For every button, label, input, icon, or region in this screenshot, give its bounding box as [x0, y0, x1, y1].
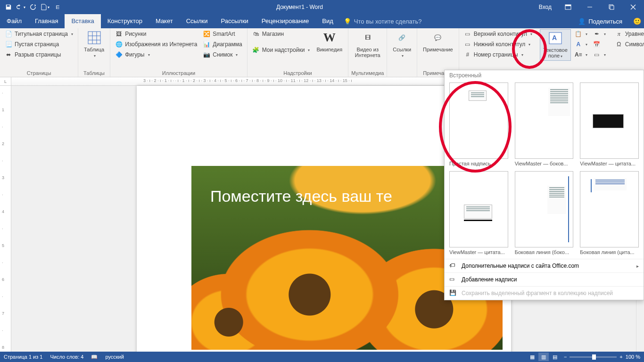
tab-mailings[interactable]: Рассылки: [214, 14, 255, 28]
zoom-value[interactable]: 100 %: [626, 354, 640, 360]
chart-icon: 📊: [203, 41, 210, 48]
svg-rect-4: [610, 6, 614, 9]
object-button[interactable]: ▭▾: [591, 50, 608, 59]
group-illustrations: 🖼Рисунки 🌐Изображения из Интернета 🔷Фигу…: [110, 28, 248, 77]
textbox-placeholder-text[interactable]: Поместите здесь ваш те: [210, 187, 392, 206]
ruler-vertical[interactable]: ·1·2·3·4·5·6·7·8·9·10: [0, 86, 11, 352]
tab-view[interactable]: Вид: [315, 14, 340, 28]
tab-review[interactable]: Рецензирование: [255, 14, 315, 28]
share-icon: 👤: [578, 18, 586, 25]
gallery-more-office[interactable]: 🏷Дополнительные надписи с сайта Office.c…: [445, 259, 644, 272]
draw-textbox-icon: ▭: [449, 276, 457, 283]
signature-button[interactable]: ✒▾: [591, 29, 608, 39]
share-button[interactable]: 👤 Поделиться: [570, 18, 630, 25]
page-break-icon: ⬌: [5, 51, 12, 58]
group-tables: Таблица▾ Таблицы: [78, 28, 110, 77]
maximize-icon[interactable]: [601, 0, 622, 14]
zoom-control[interactable]: − + 100 %: [564, 354, 640, 360]
textbox-button[interactable]: AТекстовое поле▾: [540, 29, 571, 61]
save-selection-icon: 💾: [449, 289, 457, 297]
zoom-out-icon[interactable]: −: [564, 354, 567, 360]
signin-button[interactable]: Вход: [533, 4, 557, 10]
gallery-item-viewmaster-side[interactable]: ViewMaster — боков...: [515, 82, 574, 166]
pictures-button[interactable]: 🖼Рисунки: [113, 29, 199, 39]
status-language[interactable]: русский: [105, 354, 124, 360]
shapes-button[interactable]: 🔷Фигуры▾: [113, 50, 199, 59]
cover-page-button[interactable]: 📄Титульная страница▾: [3, 29, 75, 39]
screenshot-button[interactable]: 📷Снимок▾: [201, 50, 244, 59]
chart-button[interactable]: 📊Диаграмма: [201, 40, 244, 49]
page-break-button[interactable]: ⬌Разрыв страницы: [3, 50, 75, 59]
cover-page-icon: 📄: [5, 30, 12, 38]
links-button[interactable]: 🔗Ссылки▾: [390, 29, 414, 60]
header-button[interactable]: ▭Верхний колонтитул▾: [462, 29, 534, 39]
textbox-gallery: Встроенный Простая надпись ViewMaster — …: [444, 70, 644, 300]
tab-references[interactable]: Ссылки: [180, 14, 215, 28]
table-icon: [87, 30, 102, 45]
office-icon: 🏷: [449, 262, 457, 270]
equation-button[interactable]: πУравнение▾: [613, 29, 644, 39]
footer-icon: ▭: [464, 41, 471, 48]
gallery-item-viewmaster-quote[interactable]: ViewMaster — цитата...: [580, 82, 639, 166]
gallery-item-viewmaster-quote2[interactable]: ViewMaster — цитата...: [449, 171, 508, 255]
blank-page-button[interactable]: 📃Пустая страница: [3, 40, 75, 49]
save-icon[interactable]: [3, 1, 14, 13]
header-icon: ▭: [464, 30, 471, 38]
my-addins-icon: 🧩: [252, 46, 260, 54]
table-button[interactable]: Таблица▾: [81, 29, 107, 60]
group-media: 🎞Видео из Интернета Мультимедиа: [348, 28, 387, 77]
tab-layout[interactable]: Макет: [149, 14, 180, 28]
gallery-item-sideline-quote[interactable]: Боковая линия (цита...: [580, 171, 639, 255]
svg-rect-1: [565, 5, 571, 6]
window-controls: Вход: [533, 0, 644, 14]
feedback-icon[interactable]: 🙂: [630, 14, 644, 28]
wikipedia-button[interactable]: WВикипедия: [314, 29, 345, 53]
store-button[interactable]: 🛍Магазин: [250, 29, 312, 39]
web-layout-icon[interactable]: ▤: [550, 353, 560, 361]
tab-file[interactable]: Файл: [0, 14, 28, 28]
video-icon: 🎞: [360, 30, 375, 45]
page-number-button[interactable]: #Номер страницы▾: [462, 50, 534, 59]
online-video-button[interactable]: 🎞Видео из Интернета: [351, 29, 384, 59]
view-buttons: ▦ ▥ ▤: [527, 353, 560, 361]
zoom-in-icon[interactable]: +: [619, 354, 622, 360]
status-bar: Страница 1 из 1 Число слов: 4 📖 русский …: [0, 352, 644, 362]
print-layout-icon[interactable]: ▥: [538, 353, 549, 361]
new-doc-icon[interactable]: ▾: [40, 1, 51, 13]
wordart-button[interactable]: A▾: [573, 40, 589, 49]
shapes-icon: 🔷: [115, 51, 123, 58]
quick-parts-button[interactable]: 📋▾: [573, 29, 589, 39]
tab-home[interactable]: Главная: [28, 14, 65, 28]
comment-icon: 💬: [430, 30, 446, 45]
qat-customize-icon[interactable]: ⋿: [52, 1, 63, 13]
date-time-button[interactable]: 📅: [591, 40, 608, 49]
drop-cap-button[interactable]: A≡▾: [573, 50, 589, 59]
zoom-slider[interactable]: [570, 356, 617, 358]
ribbon-display-icon[interactable]: [557, 0, 579, 14]
gallery-item-simple[interactable]: Простая надпись: [449, 82, 508, 166]
status-word-count[interactable]: Число слов: 4: [50, 354, 83, 360]
read-mode-icon[interactable]: ▦: [527, 353, 537, 361]
bulb-icon: 💡: [344, 18, 351, 25]
status-spellcheck-icon[interactable]: 📖: [91, 354, 98, 360]
tell-me-search[interactable]: 💡 Что вы хотите сделать?: [344, 18, 422, 25]
online-pictures-button[interactable]: 🌐Изображения из Интернета: [113, 40, 199, 49]
close-icon[interactable]: [622, 0, 644, 14]
group-links: 🔗Ссылки▾: [387, 28, 417, 77]
my-addins-button[interactable]: 🧩Мои надстройки▾: [250, 45, 312, 55]
quick-access-toolbar: ▾ ▾ ⋿: [0, 1, 66, 13]
undo-icon[interactable]: ▾: [15, 1, 26, 13]
footer-button[interactable]: ▭Нижний колонтитул▾: [462, 40, 534, 49]
gallery-draw-textbox[interactable]: ▭Добавление надписи: [445, 272, 644, 286]
svg-text:A: A: [552, 34, 557, 41]
minimize-icon[interactable]: [579, 0, 601, 14]
tab-design[interactable]: Конструктор: [101, 14, 149, 28]
comment-button[interactable]: 💬Примечание: [420, 29, 456, 53]
group-pages: 📄Титульная страница▾ 📃Пустая страница ⬌Р…: [0, 28, 78, 77]
symbol-button[interactable]: ΩСимвол▾: [613, 40, 644, 49]
tab-insert[interactable]: Вставка: [65, 14, 100, 28]
status-page[interactable]: Страница 1 из 1: [4, 354, 42, 360]
gallery-item-sideline-side[interactable]: Боковая линия (боко...: [515, 171, 574, 255]
redo-icon[interactable]: [27, 1, 39, 13]
smartart-button[interactable]: 🔀SmartArt: [201, 29, 244, 39]
